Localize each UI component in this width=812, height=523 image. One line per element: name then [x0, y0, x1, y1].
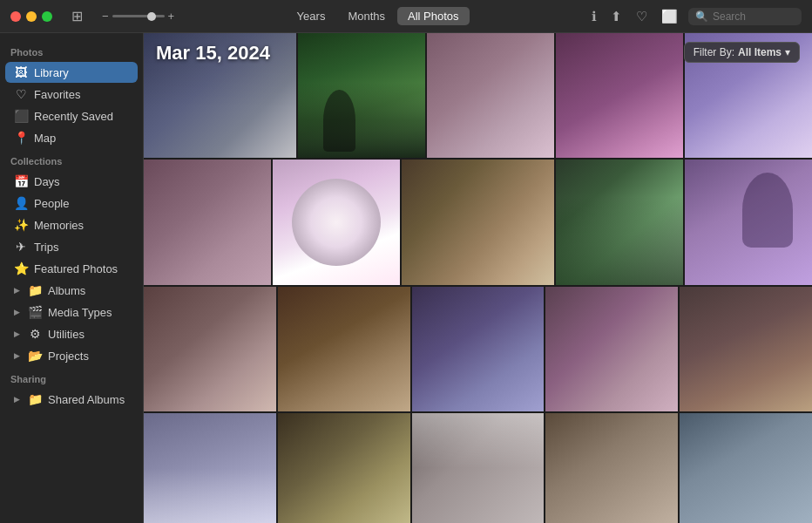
sidebar-item-people[interactable]: 👤 People [5, 193, 138, 214]
photo-cell[interactable] [273, 160, 400, 284]
albums-icon: 📁 [28, 283, 42, 297]
days-icon: 📅 [14, 174, 28, 188]
minimize-button[interactable] [26, 11, 37, 22]
sidebar-item-featured-photos[interactable]: ⭐ Featured Photos [5, 258, 138, 279]
featured-photos-icon: ⭐ [14, 262, 28, 275]
search-input[interactable] [713, 10, 795, 23]
sidebar-item-shared-albums-label: Shared Albums [48, 393, 125, 406]
zoom-out-button[interactable]: − [102, 10, 109, 23]
utilities-icon: ⚙ [28, 327, 42, 341]
sidebar-item-trips-label: Trips [34, 241, 58, 254]
projects-expand-arrow: ▶ [14, 351, 20, 360]
share-icon[interactable]: ⬆ [607, 7, 626, 26]
photo-cell[interactable] [680, 287, 812, 411]
photo-cell[interactable] [144, 160, 271, 284]
sidebar-item-memories[interactable]: ✨ Memories [5, 214, 138, 235]
sidebar-item-utilities[interactable]: ▶ ⚙ Utilities [5, 323, 138, 344]
sidebar-item-library[interactable]: 🖼 Library [5, 62, 138, 83]
photo-cell[interactable] [685, 160, 812, 284]
sidebar-toggle-icon[interactable]: ⊞ [66, 8, 88, 24]
photo-cell[interactable] [402, 160, 554, 284]
heart-icon[interactable]: ♡ [633, 7, 651, 26]
memories-icon: ✨ [14, 218, 28, 232]
sidebar-item-featured-photos-label: Featured Photos [34, 262, 118, 275]
photo-cell[interactable] [545, 413, 678, 523]
trips-icon: ✈ [14, 240, 28, 254]
sidebar-item-recently-saved-label: Recently Saved [34, 110, 113, 123]
recently-saved-icon: ⬛ [14, 109, 28, 123]
map-icon: 📍 [14, 131, 28, 145]
zoom-control: − + [102, 10, 174, 23]
filter-label: Filter By: [694, 46, 734, 58]
maximize-button[interactable] [42, 11, 52, 22]
crop-icon[interactable]: ⬜ [658, 7, 681, 26]
info-icon[interactable]: ℹ [588, 7, 600, 26]
photo-cell[interactable] [144, 287, 276, 411]
sidebar-item-favorites-label: Favorites [34, 88, 80, 101]
grid-row-3 [144, 287, 812, 411]
sidebar-item-favorites[interactable]: ♡ Favorites [5, 84, 138, 105]
sidebar-item-days-label: Days [34, 175, 60, 188]
sidebar-item-days[interactable]: 📅 Days [5, 171, 138, 192]
photo-cell[interactable] [545, 287, 678, 411]
photo-cell[interactable] [680, 413, 812, 523]
photo-grid-container [144, 33, 812, 523]
photos-section-label: Photos [0, 40, 143, 61]
sidebar-item-media-types-label: Media Types [48, 306, 112, 319]
sidebar-item-people-label: People [34, 197, 69, 210]
photo-cell[interactable] [412, 287, 545, 411]
albums-expand-arrow: ▶ [14, 286, 20, 295]
zoom-slider[interactable] [112, 15, 165, 17]
photo-cell[interactable] [278, 413, 410, 523]
filter-dropdown-arrow: ▾ [785, 46, 790, 58]
tab-all-photos[interactable]: All Photos [397, 7, 470, 25]
photo-grid [144, 33, 812, 523]
tab-months[interactable]: Months [337, 7, 396, 25]
people-icon: 👤 [14, 196, 28, 210]
sidebar-item-map[interactable]: 📍 Map [5, 127, 138, 148]
sidebar-item-recently-saved[interactable]: ⬛ Recently Saved [5, 105, 138, 126]
traffic-lights [10, 11, 52, 22]
main-content: Photos 🖼 Library ♡ Favorites ⬛ Recently … [0, 33, 812, 523]
projects-icon: 📂 [28, 349, 42, 363]
collections-section-label: Collections [0, 149, 143, 170]
photo-area: Mar 15, 2024 Filter By: All Items ▾ [144, 33, 812, 523]
zoom-thumb [147, 12, 156, 21]
photo-cell[interactable] [556, 160, 683, 284]
filter-value: All Items [738, 46, 782, 58]
favorites-icon: ♡ [14, 87, 28, 101]
search-icon: 🔍 [695, 10, 708, 23]
close-button[interactable] [10, 11, 21, 22]
nav-tabs: Years Months All Photos [287, 7, 470, 25]
sidebar-item-projects[interactable]: ▶ 📂 Projects [5, 345, 138, 366]
photo-cell[interactable] [144, 413, 276, 523]
tab-years[interactable]: Years [287, 7, 336, 25]
zoom-in-button[interactable]: + [168, 10, 175, 23]
shared-albums-icon: 📁 [28, 392, 42, 406]
sidebar: Photos 🖼 Library ♡ Favorites ⬛ Recently … [0, 33, 144, 523]
photo-cell[interactable] [278, 287, 410, 411]
sidebar-item-shared-albums[interactable]: ▶ 📁 Shared Albums [5, 389, 138, 410]
filter-button[interactable]: Filter By: All Items ▾ [684, 42, 800, 63]
sidebar-item-media-types[interactable]: ▶ 🎬 Media Types [5, 302, 138, 323]
search-box[interactable]: 🔍 [688, 8, 802, 25]
photo-cell[interactable] [427, 33, 554, 158]
sidebar-item-map-label: Map [34, 132, 56, 145]
utilities-expand-arrow: ▶ [14, 329, 20, 338]
photo-cell[interactable] [556, 33, 683, 158]
sidebar-item-albums[interactable]: ▶ 📁 Albums [5, 280, 138, 301]
photo-cell[interactable] [412, 413, 545, 523]
sidebar-item-utilities-label: Utilities [48, 328, 85, 341]
sharing-section-label: Sharing [0, 367, 143, 388]
sidebar-item-projects-label: Projects [48, 350, 89, 363]
media-types-icon: 🎬 [28, 305, 42, 319]
sidebar-item-library-label: Library [34, 66, 69, 79]
media-types-expand-arrow: ▶ [14, 308, 20, 316]
titlebar: ⊞ − + Years Months All Photos ℹ ⬆ ♡ ⬜ 🔍 [0, 0, 812, 33]
grid-row-2 [144, 160, 812, 284]
nav-tabs-area: Years Months All Photos [181, 7, 574, 25]
shared-albums-expand-arrow: ▶ [14, 395, 20, 404]
photo-cell[interactable] [144, 33, 296, 158]
photo-cell[interactable] [298, 33, 425, 158]
sidebar-item-trips[interactable]: ✈ Trips [5, 236, 138, 257]
